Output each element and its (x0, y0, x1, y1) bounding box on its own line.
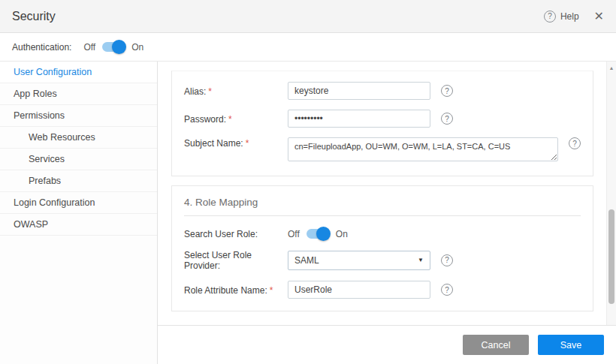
sidebar-item-owasp[interactable]: OWASP (0, 214, 157, 236)
role-provider-select[interactable]: SAML ▼ (288, 251, 430, 270)
sidebar: User Configuration App Roles Permissions… (0, 62, 158, 364)
alias-label: Alias:* (184, 86, 288, 97)
role-attribute-required-marker: * (270, 285, 273, 296)
help-link[interactable]: Help (560, 11, 579, 22)
page-title: Security (12, 10, 56, 23)
sidebar-item-permissions[interactable]: Permissions (0, 105, 157, 127)
scroll-area: Alias:* ? Password:* ? S (158, 62, 616, 325)
search-user-role-knob[interactable] (316, 227, 331, 241)
alias-label-text: Alias: (184, 86, 206, 97)
sidebar-item-prefabs[interactable]: Prefabs (0, 170, 157, 192)
role-provider-row: Select User Role Provider: SAML ▼ ? (184, 249, 581, 271)
cancel-button[interactable]: Cancel (463, 335, 529, 355)
password-required-marker: * (228, 114, 232, 125)
password-label: Password:* (184, 113, 288, 125)
search-user-role-row: Search User Role: Off On (184, 228, 581, 239)
subject-name-field-row: Subject Name:* cn=FileuploadApp, OU=WM, … (184, 137, 581, 161)
authentication-row: Authentication: Off On (0, 33, 616, 62)
search-user-role-switch[interactable] (306, 229, 329, 239)
authentication-label: Authentication: (12, 42, 71, 53)
sidebar-item-user-configuration[interactable]: User Configuration (0, 62, 157, 83)
save-button[interactable]: Save (538, 335, 604, 355)
alias-input[interactable] (288, 82, 430, 100)
subject-name-textarea[interactable]: cn=FileuploadApp, OU=WM, O=WM, L=LA, ST=… (288, 137, 558, 161)
role-provider-selected-value: SAML (294, 255, 319, 266)
role-mapping-group: 4. Role Mapping Search User Role: Off On… (171, 185, 593, 311)
toggle-on-label: On (131, 42, 143, 53)
toggle-switch[interactable] (102, 42, 125, 52)
role-attribute-row: Role Attribute Name:* ? (184, 281, 581, 299)
subject-name-required-marker: * (246, 138, 249, 149)
alias-required-marker: * (208, 86, 212, 97)
password-help-icon[interactable]: ? (441, 113, 453, 125)
password-input[interactable] (288, 110, 430, 128)
help-icon[interactable]: ? (544, 11, 556, 23)
security-window: Security ? Help ✕ Authentication: Off On… (0, 0, 616, 364)
footer-actions: Cancel Save (158, 325, 616, 364)
sidebar-item-web-resources[interactable]: Web Resources (0, 127, 157, 149)
role-provider-help-icon[interactable]: ? (441, 254, 453, 266)
subject-name-label: Subject Name:* (184, 137, 288, 149)
sidebar-item-app-roles[interactable]: App Roles (0, 83, 157, 105)
search-user-role-off-label: Off (288, 229, 300, 239)
authentication-toggle[interactable]: Off On (83, 42, 143, 53)
alias-help-icon[interactable]: ? (441, 85, 453, 97)
content-scrollbar[interactable]: ▲ (606, 62, 616, 325)
role-attribute-input[interactable] (288, 281, 430, 299)
body: User Configuration App Roles Permissions… (0, 62, 616, 364)
scrollbar-thumb[interactable] (608, 209, 614, 304)
role-attribute-help-icon[interactable]: ? (441, 284, 453, 296)
role-attribute-label-text: Role Attribute Name: (184, 285, 267, 296)
subject-name-help-icon[interactable]: ? (569, 137, 581, 149)
role-attribute-label: Role Attribute Name:* (184, 284, 288, 296)
titlebar: Security ? Help ✕ (0, 0, 616, 33)
role-mapping-section-title: 4. Role Mapping (184, 197, 581, 216)
role-provider-label: Select User Role Provider: (184, 249, 288, 271)
search-user-role-on-label: On (336, 229, 348, 239)
alias-field-row: Alias:* ? (184, 82, 581, 100)
close-icon[interactable]: ✕ (594, 11, 604, 23)
toggle-knob[interactable] (112, 40, 126, 54)
titlebar-actions: ? Help ✕ (544, 11, 604, 23)
subject-name-label-text: Subject Name: (184, 138, 243, 149)
search-user-role-toggle[interactable]: Off On (288, 229, 348, 239)
sidebar-item-login-configuration[interactable]: Login Configuration (0, 192, 157, 214)
sidebar-item-services[interactable]: Services (0, 149, 157, 170)
keystore-group: Alias:* ? Password:* ? S (171, 71, 593, 176)
password-field-row: Password:* ? (184, 110, 581, 128)
chevron-down-icon: ▼ (418, 257, 424, 263)
content-pane: Alias:* ? Password:* ? S (158, 62, 616, 364)
search-user-role-label: Search User Role: (184, 228, 288, 239)
toggle-off-label: Off (83, 42, 95, 53)
scrollbar-up-arrow-icon[interactable]: ▲ (607, 63, 616, 72)
password-label-text: Password: (184, 114, 226, 125)
